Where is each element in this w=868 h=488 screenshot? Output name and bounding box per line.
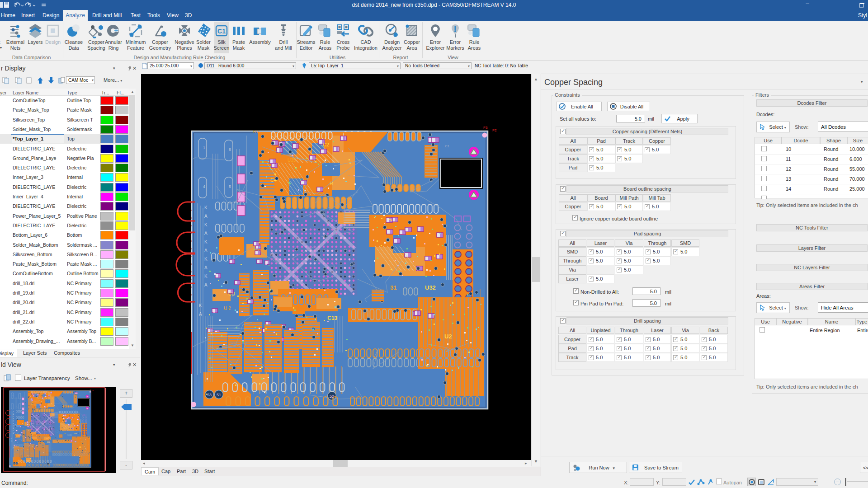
svg-text:K: K (204, 239, 208, 244)
svg-text:C13: C13 (327, 315, 337, 321)
svg-text:F3: F3 (483, 126, 488, 130)
svg-text:A: A (204, 231, 208, 236)
svg-text:K: K (204, 205, 208, 210)
svg-text:A: A (204, 248, 208, 253)
svg-text:F2: F2 (492, 128, 497, 132)
svg-text:U 2: U 2 (224, 306, 231, 311)
svg-text:31: 31 (390, 284, 396, 291)
svg-text:C1: C1 (217, 28, 226, 35)
svg-text:1: 1 (203, 145, 205, 150)
svg-text:C2: C2 (323, 142, 329, 147)
svg-text:U2: U2 (444, 333, 452, 340)
svg-text:A: A (204, 265, 208, 270)
svg-text:51: 51 (217, 393, 221, 397)
svg-text:C1: C1 (445, 144, 450, 148)
svg-text:R11: R11 (253, 130, 260, 134)
svg-text:5: 5 (229, 184, 231, 189)
svg-text:53: 53 (207, 393, 212, 397)
svg-text:K: K (204, 274, 208, 279)
svg-text:U32: U32 (425, 284, 436, 291)
svg-text:4: 4 (203, 184, 205, 189)
svg-text:A: A (204, 282, 208, 287)
svg-text:A: A (204, 214, 208, 219)
svg-text:K: K (204, 257, 208, 262)
svg-text:A: A (199, 312, 202, 317)
svg-text:K: K (199, 303, 202, 308)
svg-text:C|J: C|J (228, 291, 235, 296)
svg-text:U35: U35 (288, 158, 296, 163)
svg-text:K: K (204, 222, 208, 227)
svg-text:8: 8 (229, 147, 231, 152)
